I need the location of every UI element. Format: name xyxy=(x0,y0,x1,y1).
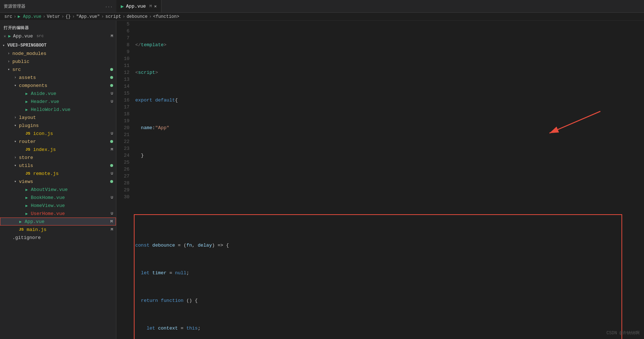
sidebar-item-utils[interactable]: ▾ utils xyxy=(0,161,116,170)
ln-28: 28 xyxy=(116,180,129,187)
sidebar-item-aboutview-vue[interactable]: › ▶ AboutView.vue xyxy=(0,186,116,194)
breadcrumb-vetur: Vetur xyxy=(47,14,60,19)
open-editor-item-appvue[interactable]: ✕ ▶ App.vue src M xyxy=(0,32,116,40)
ln-27: 27 xyxy=(116,173,129,180)
sidebar-item-components[interactable]: ▾ components xyxy=(0,81,116,89)
sidebar-item-app-vue[interactable]: › ▶ App.vue M xyxy=(0,218,116,226)
highlight-box xyxy=(134,214,622,339)
code-container[interactable]: 5 6 7 8 9 10 11 12 13 14 15 16 17 18 19 … xyxy=(116,21,644,339)
code-span: { xyxy=(175,97,178,104)
code-line-10 xyxy=(134,180,644,187)
folder-arrow-icon: › xyxy=(13,76,17,80)
tab-close-button[interactable]: ✕ xyxy=(154,4,157,9)
ln-6: 6 xyxy=(116,28,129,35)
ln-18: 18 xyxy=(116,111,129,117)
sidebar-item-src[interactable]: ▾ src xyxy=(0,65,116,73)
code-line-12: let timer = null; xyxy=(134,270,644,276)
open-editors-title: 打开的编辑器 xyxy=(0,22,116,32)
open-editor-badge: M xyxy=(111,34,113,38)
breadcrumb-sep4: › xyxy=(72,14,75,19)
code-span: , xyxy=(192,242,198,249)
file-label-aboutview: AboutView.vue xyxy=(31,187,68,192)
breadcrumb-script: script xyxy=(105,14,121,19)
sidebar-title-text: 资源管理器 xyxy=(4,3,25,9)
sidebar-item-store[interactable]: › store xyxy=(0,153,116,161)
code-line-9: } xyxy=(134,152,644,159)
assets-dot xyxy=(110,76,113,79)
sidebar-item-header-vue[interactable]: › ▶ Header.vue U xyxy=(0,97,116,105)
js-file-icon: JS xyxy=(25,131,30,136)
code-span: name xyxy=(141,124,152,131)
ln-13: 13 xyxy=(116,76,129,83)
sidebar-item-views[interactable]: ▾ views xyxy=(0,178,116,186)
sidebar-item-gitignore[interactable]: › .gitignore xyxy=(0,234,116,242)
sidebar-item-public[interactable]: › public xyxy=(0,57,116,65)
editor-area: 5 6 7 8 9 10 11 12 13 14 15 16 17 18 19 … xyxy=(116,21,644,339)
file-badge-bookhome: U xyxy=(111,195,113,200)
code-span: ; xyxy=(186,270,189,276)
sidebar-item-assets[interactable]: › assets xyxy=(0,73,116,81)
code-span: function xyxy=(161,297,183,304)
sidebar-item-remote-js[interactable]: › JS remote.js U xyxy=(0,170,116,178)
code-span: < xyxy=(135,69,138,76)
breadcrumb: src › ▶ App.vue › Vetur › {} › "App.vue"… xyxy=(0,13,644,21)
code-span: ) => { xyxy=(212,242,229,249)
vue-file-icon: ▶ xyxy=(25,99,28,104)
code-span: context xyxy=(158,325,178,332)
ln-9: 9 xyxy=(116,48,129,55)
ln-15: 15 xyxy=(116,90,129,97)
sidebar-item-plugins[interactable]: ▾ plugins xyxy=(0,121,116,129)
open-editor-path: src xyxy=(36,34,44,38)
ln-10: 10 xyxy=(116,55,129,62)
main-content: 打开的编辑器 ✕ ▶ App.vue src M ▾ VUE3-SPRINGBO… xyxy=(0,21,644,339)
code-line-5: </template> xyxy=(134,41,644,48)
close-editor-icon[interactable]: ✕ xyxy=(4,34,6,39)
code-span: = xyxy=(167,270,175,276)
sidebar-item-aside-vue[interactable]: › ▶ Aside.vue U xyxy=(0,89,116,97)
file-label-bookhome: BookHome.vue xyxy=(31,195,65,200)
ln-11: 11 xyxy=(116,62,129,69)
js-file-icon: JS xyxy=(25,171,30,176)
sidebar-item-router[interactable]: ▾ router xyxy=(0,137,116,145)
ln-20: 20 xyxy=(116,124,129,131)
code-line-11: const debounce = (fn, delay) => { xyxy=(134,242,644,249)
js-file-icon: JS xyxy=(25,147,30,152)
more-button[interactable]: ... xyxy=(105,4,113,9)
sidebar: 打开的编辑器 ✕ ▶ App.vue src M ▾ VUE3-SPRINGBO… xyxy=(0,21,116,339)
sidebar-item-bookhome-vue[interactable]: › ▶ BookHome.vue U xyxy=(0,194,116,202)
root-arrow-icon: ▾ xyxy=(1,43,6,48)
ln-16: 16 xyxy=(116,97,129,104)
code-span xyxy=(158,297,161,304)
code-span: } xyxy=(135,152,144,159)
breadcrumb-sep3: › xyxy=(61,14,64,19)
sidebar-item-homeview-vue[interactable]: › ▶ HomeView.vue xyxy=(0,202,116,210)
code-span: </ xyxy=(135,41,141,48)
explorer-root[interactable]: ▾ VUE3-SPRINGBOOT xyxy=(0,41,116,49)
vue-file-icon: ▶ xyxy=(25,107,28,112)
code-span: null xyxy=(175,270,186,276)
sidebar-item-main-js[interactable]: › JS main.js M xyxy=(0,226,116,234)
sidebar-item-userhome-vue[interactable]: › ▶ UserHome.vue U ← xyxy=(0,210,116,218)
sidebar-item-node-modules[interactable]: › node_modules xyxy=(0,49,116,57)
ln-26: 26 xyxy=(116,166,129,173)
code-span xyxy=(135,124,141,131)
ln-17: 17 xyxy=(116,104,129,111)
folder-label-views: views xyxy=(19,179,33,184)
app-vue-tab[interactable]: ▶ App.vue M ✕ xyxy=(116,0,161,12)
file-badge-aside: U xyxy=(111,91,113,96)
sidebar-item-helloworld-vue[interactable]: › ▶ HelloWorld.vue xyxy=(0,105,116,113)
ln-5: 5 xyxy=(116,21,129,28)
sidebar-item-index-js[interactable]: › JS index.js M xyxy=(0,145,116,153)
code-span: "App" xyxy=(155,124,169,131)
code-span: = ( xyxy=(175,242,186,249)
code-content[interactable]: </template> <script> export default{ nam… xyxy=(134,21,644,339)
code-span xyxy=(155,325,158,332)
file-badge-icon: U xyxy=(111,131,113,136)
breadcrumb-appvue: ▶ App.vue xyxy=(18,14,41,19)
ln-22: 22 xyxy=(116,138,129,145)
vue-file-icon: ▶ xyxy=(19,219,22,224)
sidebar-item-layout[interactable]: › layout xyxy=(0,113,116,121)
vue-file-icon: ▶ xyxy=(25,211,28,216)
top-bar: 资源管理器 ... ▶ App.vue M ✕ xyxy=(0,0,644,13)
sidebar-item-icon-js[interactable]: › JS icon.js U xyxy=(0,129,116,137)
